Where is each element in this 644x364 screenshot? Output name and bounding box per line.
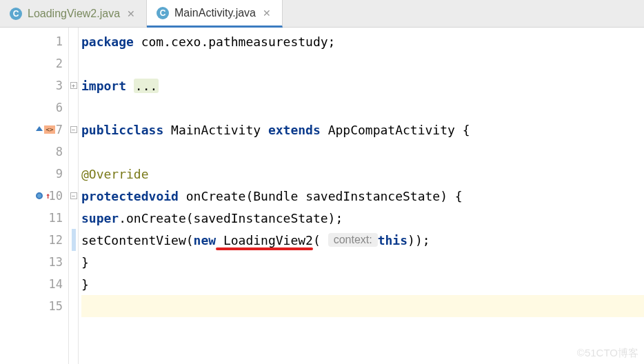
close-icon[interactable]: ✕ <box>125 8 137 19</box>
line-number[interactable]: 7 <> <box>0 119 68 141</box>
line-number[interactable]: 15 <box>0 295 68 317</box>
close-icon[interactable]: ✕ <box>261 8 272 19</box>
code-line[interactable]: } <box>81 251 644 273</box>
line-number[interactable]: 3 <box>0 74 68 97</box>
code-line[interactable]: package com.cexo.pathmeasurestudy; <box>81 30 644 52</box>
code-line[interactable] <box>81 52 644 74</box>
caret-line-marker <box>72 229 76 251</box>
class-gutter-icon[interactable]: <> <box>36 125 55 134</box>
class-icon: C <box>157 7 169 19</box>
code-line[interactable]: protected void onCreate(Bundle savedInst… <box>81 185 644 207</box>
editor: 1 2 3 6 7 <> 8 9 10 ↑ 11 12 13 14 15 + − <box>0 28 644 364</box>
code-line[interactable]: setContentView(new LoadingView2( context… <box>81 229 644 251</box>
tab-loadingview2[interactable]: C LoadingView2.java ✕ <box>0 0 147 27</box>
folded-region[interactable]: ... <box>134 79 159 93</box>
fold-column: + − − <box>69 28 79 364</box>
tab-mainactivity[interactable]: C MainActivity.java ✕ <box>147 0 283 28</box>
line-number[interactable]: 9 <box>0 163 68 185</box>
class-icon: C <box>10 8 22 20</box>
code-area[interactable]: package com.cexo.pathmeasurestudy; impor… <box>79 28 644 364</box>
code-line[interactable] <box>81 141 644 163</box>
line-number[interactable]: 6 <box>0 97 68 119</box>
error-underline: LoadingView2 <box>216 233 313 247</box>
override-gutter-icon[interactable]: ↑ <box>36 191 50 201</box>
tab-label: MainActivity.java <box>174 7 256 19</box>
line-number[interactable]: 14 <box>0 273 68 295</box>
line-number[interactable]: 12 <box>0 229 68 251</box>
tab-label: LoadingView2.java <box>28 8 120 20</box>
line-number[interactable]: 11 <box>0 207 68 229</box>
line-number[interactable]: 8 <box>0 141 68 163</box>
code-line[interactable]: public class MainActivity extends AppCom… <box>81 119 644 141</box>
line-number[interactable]: 13 <box>0 251 68 273</box>
fold-collapse-icon[interactable]: − <box>70 192 77 199</box>
code-line[interactable]: super.onCreate(savedInstanceState); <box>81 207 644 229</box>
line-number[interactable]: 1 <box>0 30 68 52</box>
line-number[interactable]: 10 ↑ <box>0 185 68 207</box>
gutter: 1 2 3 6 7 <> 8 9 10 ↑ 11 12 13 14 15 <box>0 28 69 364</box>
code-line[interactable] <box>81 97 644 119</box>
code-line[interactable]: } <box>81 273 644 295</box>
code-line[interactable]: @Override <box>81 163 644 185</box>
tab-bar: C LoadingView2.java ✕ C MainActivity.jav… <box>0 0 644 28</box>
line-number[interactable]: 2 <box>0 52 68 74</box>
fold-expand-icon[interactable]: + <box>70 82 77 89</box>
code-line[interactable]: import ... <box>81 74 644 97</box>
parameter-hint: context: <box>328 233 378 247</box>
fold-collapse-icon[interactable]: − <box>70 126 77 133</box>
code-line[interactable] <box>81 295 644 317</box>
